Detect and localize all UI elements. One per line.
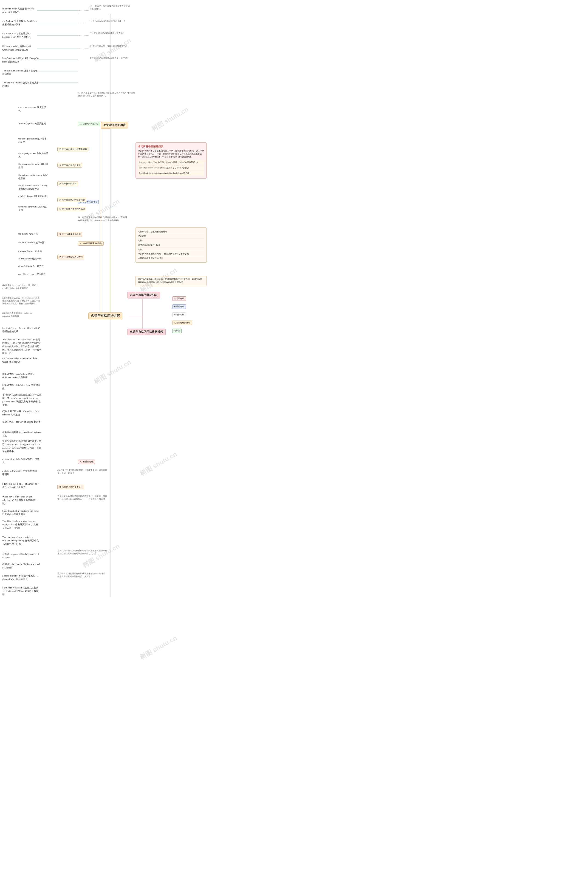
- section2-sub2: (2) 用于表示类别、城市名词前: [57, 147, 88, 152]
- section4-sub2: (2) 双重所有格的使用情合: [57, 485, 84, 489]
- item-queen-arrival: the Queen's arrival = the arrival of the…: [2, 357, 41, 363]
- annotation-ten-minute: 注：好于带定量性的词后化为用单位名词加's，不能用有格加名词。ten minut…: [78, 216, 129, 222]
- item-tom-jim-rooms2: Tom and Jim's rooms 汤姆和吉姆共用的房间: [2, 81, 39, 88]
- canvas: 树图 shutu.cn 树图 shutu.cn 树图 shutu.cn 树图 s…: [0, 0, 212, 872]
- item-photo-mary: a photo of Mary's 玛丽的一张照片→a photo of Mar…: [2, 574, 40, 581]
- item-mary-husband: 小玛丽的丈夫刚刚在这里成为了一名警察。Mary's husband, a pol…: [2, 393, 41, 407]
- section2-sub5: (5) 用于度量衡及价值名词前: [57, 198, 86, 202]
- item-earth-surface: the earth's surface 地球表面: [18, 241, 48, 244]
- item-stone-throw: a stone's throw 一石之遥: [18, 249, 48, 253]
- right-panel-basics: 名词所有格的基础知识 名词所有格种类，英语名词所有三个格，即主格指称词和有格，这…: [135, 143, 207, 179]
- item-majority-view: the majority's view 多数人的观点: [18, 152, 48, 159]
- item-criticism-william: a criticism of William's 威廉的某批评→criticis…: [2, 586, 40, 596]
- right-panel-example3: The title of the book is interesting.(of…: [138, 171, 204, 176]
- item-death-door: at death's door 命悬一线: [18, 257, 48, 260]
- item-cousin-daughter2: That daughter of your cousin's is consta…: [2, 535, 40, 546]
- trailing-node-2: 双重所有格: [172, 305, 186, 309]
- item-must-omit1: ①必须省略：even's show 男孩，children's stories …: [2, 372, 41, 379]
- item-david-nose: I don't like that big nose of David's 我不…: [2, 482, 40, 489]
- item-government-policy: the government's policy 政府的政策: [18, 162, 48, 169]
- item-arm-length: at arm's length 以一臂之距: [18, 264, 48, 268]
- watermark-7: 树图 shutu.cn: [81, 542, 121, 570]
- item-friend-father: a friend of my father's 我父亲的一位朋友: [2, 457, 40, 464]
- item-girls-school: girls' school 女子学校 the Smiths' car 史密斯家的…: [2, 19, 38, 26]
- item-newspaper-policy: the newspaper's editorial policy 这家报纸的编辑…: [18, 184, 48, 191]
- watermark-8: 树图 shutu.cn: [138, 633, 179, 662]
- trailing-node-4: 名词所有格的比较: [172, 321, 192, 325]
- annotation-4: (3) 带结尾的人名，可加's 或仅加撇号学形（）: [90, 45, 131, 50]
- sub-item-4: 高考热点总结复写- 名词: [138, 243, 204, 247]
- sub-item-6: 名词所有格规则练习习题 — 整无其他关系词，难度更新: [138, 252, 204, 256]
- sub-item-5: 名词: [138, 248, 204, 252]
- right-panel-example2: Tom's best friend is Mary.(Tom' s是所有格，Ma…: [138, 166, 204, 170]
- item-harm-reach: out of harm's reach 安全地方: [18, 273, 48, 276]
- annotation-3: 注：常见端点名词前面使该，请查阅 's: [90, 32, 131, 35]
- item-sentence-subject: (3)用于句子彼语者：the subject of the sentence 句…: [2, 410, 41, 416]
- right-panel-sub-items: 名词所有格有格规则的构成规则 名词讲解 名词 高考热点总结复写- 名词 名词 名…: [135, 228, 207, 263]
- annotation-criticism: 它如何可以用双重所有格以代替用于某些特殊格用法，但是文章里有时不是很规范，尤其它: [57, 572, 108, 578]
- item-boss-plan: the boss's plan 老板的计划 the hostess's worr…: [2, 32, 39, 39]
- sub-item-7: 名词所有格规则关联知识点: [138, 256, 204, 260]
- section4-title: 4、双重所有格: [78, 459, 95, 464]
- annotation-2: (2) 常见端点名词后面加(s)结束字形（'）: [90, 19, 131, 22]
- item-poem-shelly-cannot: 不能说：the poem of Shelly's, the novel of D…: [2, 563, 40, 569]
- item-moon-rays: the moon's rays 月光: [18, 232, 48, 236]
- branch-usage-node: 名词所有格的用法: [101, 122, 128, 128]
- watermark-2: 树图 shutu.cn: [150, 105, 190, 133]
- section3-title: 3、's有格特殊用法(省略): [78, 241, 104, 246]
- section2-sub4: (4) 用于报刊机构前: [57, 182, 78, 186]
- watermark-6: 树图 shutu.cn: [138, 450, 179, 478]
- annotation-double-possessive: (1) 外国还没有积极跟新闻时，'s有格指向的一切事物都是后面的一般情况: [57, 469, 108, 474]
- sub-item-1: 名词所有格有格规则的构成规则: [138, 230, 204, 234]
- annotation-dickens: 当发前者是名词的词组后那些情况形式，但有时，不管现代的很词也有该对应选中一、一般…: [57, 495, 108, 501]
- annotation-can-cannot: 注：此为对应可以用双重所有格以代替用于某些特殊格用法，但是文章里有时不是很规范，…: [57, 549, 108, 555]
- item-mr-smith-son: Mr Smith's son = the son of Mr Smith 史密斯…: [2, 326, 41, 333]
- section3-sub6: (6) 用于天体及天然名词: [57, 232, 82, 236]
- annotation-inanimate: (3) 表示无生命的物体：children's education 儿童教育: [2, 312, 38, 317]
- right-panel-example1: Tom loves Mary.(Tom 为主格，'Mary'为宾格，'Mary'…: [138, 160, 204, 165]
- trailing-node-1: 名词所有格: [172, 296, 186, 301]
- branch-basics-node: 名词所有格的基础知识: [128, 292, 160, 299]
- main-central-node: 名词所有格用法讲解: [88, 312, 122, 320]
- item-poem-shelly-can: 可以说：a poem of Shelly's, a novel of Dicke…: [2, 552, 40, 559]
- trailing-node-3: 不可数名词: [172, 312, 186, 317]
- section1-title: 1、's有格的构成方法: [78, 122, 100, 126]
- item-location-name: 在名字中指明某地：the title of the book 书名: [2, 431, 41, 437]
- item-dickens-novel: Which novel of Dickens' are you referrin…: [2, 495, 40, 505]
- sub-item-3: 名词: [138, 239, 204, 243]
- right-panel-trailing: 学习完名词有格的用法之后，您可能还要学习到以下内容：名词所有格 双重所有格 不可…: [135, 276, 207, 286]
- branch-video-node: 名词所有格的用法讲解视频: [128, 329, 166, 335]
- item-jim-patience: Jim's patience = the patience of Jim 吉姆的…: [2, 338, 41, 355]
- item-photo-smith: a photo of Mr Smith's 史密斯先生的一张照片: [2, 469, 40, 476]
- item-america-policy: America's policy 美国的政策: [18, 122, 48, 125]
- item-tomorrow-weather: tomorrow's weather 明天的天气: [18, 106, 48, 113]
- item-marx-works: Marx's works 马克思的著作 George's room 乔治的房间: [2, 57, 39, 63]
- item-childrens-books: children's books 儿童图书 today's paper 今天的报…: [2, 7, 38, 14]
- annotation-location: (2) 表达场所或建筑：Mr Smith's arrival 史密斯先生的到来 …: [2, 296, 41, 305]
- item-tom-jim-rooms1: Tom's and Jim's rooms 汤姆和吉姆各自的房间: [2, 69, 39, 76]
- item-mr-smith-teacher: 如果所有格的后面是关联词的相关证的话：Mr Smith is a foreign…: [2, 439, 41, 453]
- right-panel-intro: 名词所有格种类，英语名词所有三个格，即主格指称词和有格，这三个格的说法并不是完全…: [138, 150, 204, 159]
- section3-sub7: (7) 用于某些固定表达方式: [57, 255, 84, 260]
- item-dollar-value: twenty dollar's value 20美元的价值: [18, 205, 48, 212]
- item-mile-distance: a mile's distance 1英里的距离: [18, 194, 48, 198]
- annotation-1: (1) 一般情况下后面直接名词和不带有所定冠词名词加 's 。: [90, 5, 131, 11]
- item-dickens-novels: Dickens' novels 狄更斯的小说 Charles's job 查理斯…: [2, 45, 39, 51]
- item-city-population: the city's population 这个城市的人口: [18, 137, 48, 144]
- item-must-omit2: ②必须省略：John's telegram 约翰的电报: [2, 383, 41, 390]
- section2-sub1: (1) 用于描述有生命的人或物: [57, 207, 86, 211]
- item-brother-friends: Some friends of my brother's will come 我…: [2, 509, 40, 516]
- watermark-5: 树图 shutu.cn: [93, 358, 133, 386]
- sub-item-2: 名词讲解: [138, 234, 204, 238]
- section2-sub3: (3) 用于表示集合名词前: [57, 163, 82, 168]
- annotation-5: 不带这端点名词后面应该比也是一个'格式': [90, 57, 131, 60]
- trailing-node-5: 可数词: [172, 329, 182, 333]
- annotation-section1-note: 4、所有格主要存在于有生命的名词前面，但有时也可用于无生命的名词后面，这方面太少…: [78, 92, 135, 97]
- item-city-beijing: 企业的代表：the City of Beijing 北京市: [2, 420, 41, 423]
- annotation-collective: (1) 集体型：a doctor's degree 博士学位；a childre…: [2, 284, 39, 290]
- right-panel-title: 名词所有格的基础知识: [138, 144, 204, 149]
- item-cousin-daughter: That little daughter of your cousin's is…: [2, 519, 40, 530]
- item-station-room: the station's waiting-room 车站候客室: [18, 173, 48, 180]
